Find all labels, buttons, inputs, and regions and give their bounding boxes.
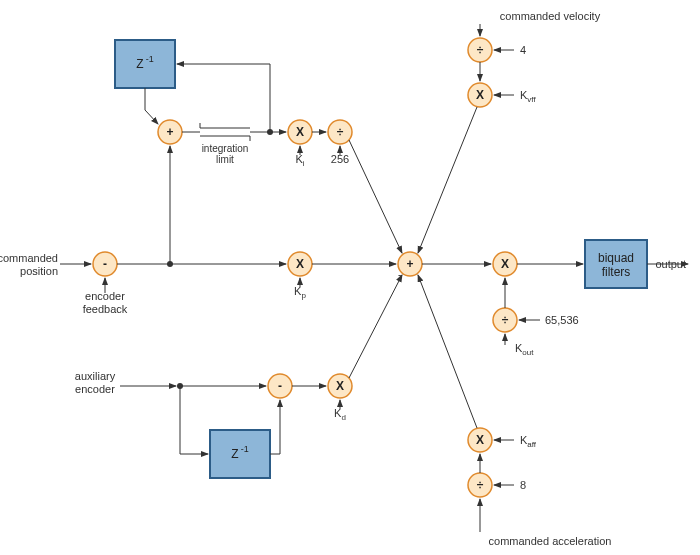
op-minus-aux-sym: -: [278, 379, 282, 393]
label-integration-limit-l2: limit: [216, 154, 234, 165]
op-mult-kp-sym: X: [296, 257, 304, 271]
label-commanded-position-l1: commanded: [0, 252, 58, 264]
wire-z2-to-minus: [270, 400, 280, 454]
label-aux-encoder-l2: encoder: [75, 383, 115, 395]
label-integration-limit-l1: integration: [202, 143, 249, 154]
label-const-8: 8: [520, 479, 526, 491]
op-div-65536-sym: ÷: [502, 313, 509, 327]
control-diagram: commanded velocity commanded position en…: [0, 0, 700, 555]
block-delay-top: [115, 40, 175, 88]
wire-kvff-to-sum: [418, 107, 477, 253]
label-commanded-position-l2: position: [20, 265, 58, 277]
op-mult-kout-sym: X: [501, 257, 509, 271]
op-div-256-sym: ÷: [337, 125, 344, 139]
wire-fb-to-z1: [177, 64, 270, 132]
label-commanded-accel: commanded acceleration: [489, 535, 612, 547]
wire-z1-down-b: [145, 110, 158, 124]
label-const-4: 4: [520, 44, 526, 56]
wire-kaff-to-sum: [418, 275, 477, 428]
op-mult-kvff-sym: X: [476, 88, 484, 102]
op-mult-ki-sym: X: [296, 125, 304, 139]
label-encoder-fb-l2: feedback: [83, 303, 128, 315]
op-div-vel-sym: ÷: [477, 43, 484, 57]
label-kvff: Kvff: [520, 89, 536, 104]
op-mult-kd-sym: X: [336, 379, 344, 393]
label-aux-encoder-l1: auxiliary: [75, 370, 116, 382]
label-kp: Kp: [294, 285, 306, 300]
label-kout: Kout: [515, 342, 534, 357]
op-mult-kaff-sym: X: [476, 433, 484, 447]
label-kaff: Kaff: [520, 434, 537, 449]
wire-aux-to-z2: [180, 386, 208, 454]
label-65536: 65,536: [545, 314, 579, 326]
block-biquad-text-l1: biquad: [598, 251, 634, 265]
label-kd: Kd: [334, 407, 346, 422]
op-sum-integrator-sym: +: [166, 125, 173, 139]
label-commanded-velocity: commanded velocity: [500, 10, 601, 22]
block-biquad-text-l2: filters: [602, 265, 631, 279]
wire-int-to-sum: [349, 140, 402, 253]
op-minus-pos-sym: -: [103, 257, 107, 271]
block-integration-limit: [200, 123, 250, 141]
label-ki: Ki: [295, 153, 304, 168]
op-sum-main-sym: +: [406, 257, 413, 271]
op-sum-main-minus: -: [398, 269, 401, 280]
block-delay-bottom: [210, 430, 270, 478]
wire-kd-to-sum: [349, 275, 402, 378]
op-div-accel-sym: ÷: [477, 478, 484, 492]
